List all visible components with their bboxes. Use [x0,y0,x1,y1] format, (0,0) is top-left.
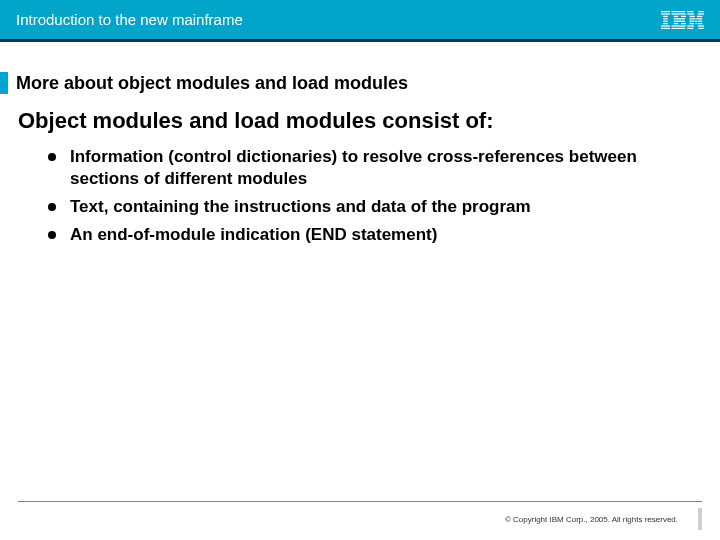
svg-rect-4 [663,20,668,21]
svg-rect-6 [661,25,670,26]
svg-rect-23 [697,15,702,16]
svg-rect-25 [696,18,702,19]
accent-bar [0,72,8,94]
bullet-item: An end-of-module indication (END stateme… [48,224,702,246]
svg-rect-34 [687,27,693,28]
subtitle-row: More about object modules and load modul… [0,72,720,94]
bullet-item: Information (control dictionaries) to re… [48,146,702,190]
svg-rect-3 [663,18,668,19]
bullet-item: Text, containing the instructions and da… [48,196,702,218]
footer-row: © Copyright IBM Corp., 2005. All rights … [18,508,702,530]
svg-rect-32 [687,25,694,26]
svg-rect-2 [663,15,668,16]
svg-rect-13 [673,20,684,21]
svg-rect-0 [661,11,670,12]
svg-rect-21 [697,13,704,14]
svg-rect-8 [671,11,685,12]
svg-rect-15 [681,23,686,24]
bullet-list: Information (control dictionaries) to re… [18,146,702,246]
svg-rect-33 [697,25,704,26]
svg-rect-18 [687,11,693,12]
svg-rect-35 [698,27,704,28]
svg-rect-29 [689,23,694,24]
svg-rect-20 [687,13,694,14]
svg-rect-27 [694,20,696,21]
svg-rect-22 [689,15,694,16]
footer-divider [18,501,702,502]
svg-rect-19 [698,11,704,12]
header-title: Introduction to the new mainframe [16,11,243,28]
svg-rect-26 [689,20,694,21]
slide: Introduction to the new mainframe [0,0,720,540]
ibm-logo-icon [661,11,705,29]
svg-rect-28 [697,20,702,21]
svg-rect-5 [663,23,668,24]
svg-rect-1 [661,13,670,14]
svg-rect-30 [695,23,696,24]
lead-text: Object modules and load modules consist … [18,108,702,134]
svg-rect-14 [673,23,678,24]
slide-subtitle: More about object modules and load modul… [16,73,408,94]
svg-rect-7 [661,27,670,28]
svg-rect-17 [671,27,685,28]
svg-rect-12 [673,18,684,19]
copyright-text: © Copyright IBM Corp., 2005. All rights … [505,515,678,524]
svg-rect-31 [697,23,702,24]
footer-mark [698,508,702,530]
spacer [0,42,720,72]
svg-rect-11 [681,15,686,16]
content-area: Object modules and load modules consist … [0,94,720,252]
svg-rect-9 [671,13,685,14]
svg-rect-24 [689,18,695,19]
svg-rect-16 [671,25,685,26]
slide-header: Introduction to the new mainframe [0,0,720,42]
svg-rect-10 [673,15,678,16]
slide-footer: © Copyright IBM Corp., 2005. All rights … [0,501,720,530]
